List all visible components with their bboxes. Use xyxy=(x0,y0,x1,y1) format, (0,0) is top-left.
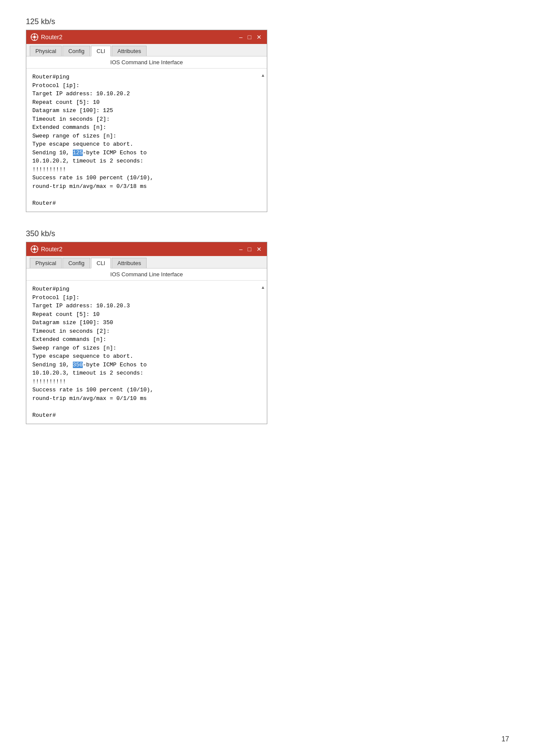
svg-point-7 xyxy=(33,248,36,250)
maximize-button-2[interactable]: □ xyxy=(247,246,252,252)
title-bar-2: Router2 – □ ✕ xyxy=(26,242,267,256)
title-bar-title-2: Router2 xyxy=(41,246,63,253)
tab-attributes-2[interactable]: Attributes xyxy=(112,258,147,268)
title-bar-controls-1: – □ ✕ xyxy=(238,34,263,40)
title-bar-title-1: Router2 xyxy=(41,34,63,41)
scrollbar-2: ▲ ▼ xyxy=(260,285,266,424)
tab-config-1[interactable]: Config xyxy=(63,46,90,56)
scroll-up-arrow-1[interactable]: ▲ xyxy=(261,73,265,78)
highlight-2: 350 xyxy=(73,362,83,368)
tab-attributes-1[interactable]: Attributes xyxy=(112,46,147,56)
terminal-area-1[interactable]: Router#ping Protocol [ip]: Target IP add… xyxy=(26,69,267,212)
svg-point-1 xyxy=(33,36,36,38)
title-bar-left-1: Router2 xyxy=(31,33,63,41)
highlight-1: 125 xyxy=(73,150,83,156)
router-icon-1 xyxy=(31,33,38,41)
tab-cli-2[interactable]: CLI xyxy=(91,258,111,269)
terminal-text-1: Router#ping Protocol [ip]: Target IP add… xyxy=(32,73,261,207)
interface-header-2: IOS Command Line Interface xyxy=(26,269,267,281)
close-button-2[interactable]: ✕ xyxy=(256,246,263,252)
tab-physical-1[interactable]: Physical xyxy=(30,46,62,56)
minimize-button-2[interactable]: – xyxy=(238,246,244,252)
section-1-label: 125 kb/s xyxy=(26,17,509,26)
page-number: 17 xyxy=(501,735,509,743)
terminal-area-2[interactable]: Router#ping Protocol [ip]: Target IP add… xyxy=(26,281,267,424)
section-1: 125 kb/s Router2 – □ ✕ xyxy=(26,17,509,212)
section-2: 350 kb/s Router2 – □ ✕ xyxy=(26,229,509,424)
minimize-button-1[interactable]: – xyxy=(238,34,244,40)
close-button-1[interactable]: ✕ xyxy=(256,34,263,40)
tab-bar-2: Physical Config CLI Attributes xyxy=(26,256,267,269)
tab-config-2[interactable]: Config xyxy=(63,258,90,268)
tab-cli-1[interactable]: CLI xyxy=(91,46,111,56)
title-bar-1: Router2 – □ ✕ xyxy=(26,30,267,44)
scroll-up-arrow-2[interactable]: ▲ xyxy=(261,285,265,290)
scroll-down-arrow-2[interactable]: ▼ xyxy=(261,423,265,424)
title-bar-controls-2: – □ ✕ xyxy=(238,246,263,252)
title-bar-left-2: Router2 xyxy=(31,245,63,253)
scrollbar-1: ▲ ▼ xyxy=(260,73,266,212)
router-window-2: Router2 – □ ✕ Physical Config CLI Attrib… xyxy=(26,242,267,424)
terminal-text-2: Router#ping Protocol [ip]: Target IP add… xyxy=(32,285,261,419)
interface-header-1: IOS Command Line Interface xyxy=(26,56,267,69)
section-2-label: 350 kb/s xyxy=(26,229,509,238)
maximize-button-1[interactable]: □ xyxy=(247,34,252,40)
tab-physical-2[interactable]: Physical xyxy=(30,258,62,268)
tab-bar-1: Physical Config CLI Attributes xyxy=(26,44,267,56)
router-icon-2 xyxy=(31,245,38,253)
scroll-down-arrow-1[interactable]: ▼ xyxy=(261,211,265,212)
router-window-1: Router2 – □ ✕ Physical Config CLI Attrib… xyxy=(26,30,267,212)
